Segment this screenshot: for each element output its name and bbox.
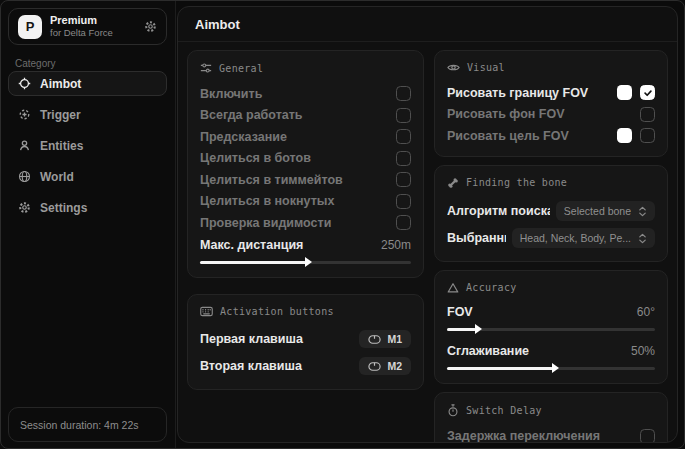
- bone-section-header: Finding the bone: [447, 177, 655, 189]
- switch-delay-toggle-row: Задержка переключения: [447, 426, 655, 444]
- toggle-label: Целиться в тиммейтов: [200, 173, 343, 187]
- target-knocked-checkbox[interactable]: [396, 194, 411, 209]
- bone-algorithm-row: Алгоритм поиска кост Selected bone: [447, 198, 655, 225]
- toggle-label: Включить: [200, 87, 262, 101]
- draw-fov-fill-row: Рисовать фон FOV: [447, 104, 655, 126]
- triangle-icon: [447, 282, 459, 294]
- keyboard-icon: [200, 306, 213, 317]
- max-distance-row: Макс. дистанция 250m: [200, 236, 411, 254]
- gear-icon[interactable]: [144, 20, 157, 33]
- finding-bone-card: Finding the bone Алгоритм поиска кост Se…: [434, 165, 668, 262]
- toggle-label: Проверка видимости: [200, 216, 331, 230]
- sidebar-item-trigger[interactable]: Trigger: [8, 102, 167, 127]
- toggle-row-always-work: Всегда работать: [200, 105, 411, 127]
- product-name: Premium: [50, 14, 136, 27]
- slider-thumb[interactable]: [305, 257, 312, 267]
- toggle-row-enable: Включить: [200, 83, 411, 105]
- sidebar-item-label: Trigger: [40, 108, 81, 122]
- toggle-row-prediction: Предсказание: [200, 126, 411, 148]
- eye-icon: [447, 62, 460, 73]
- toggle-row-visibility-check: Проверка видимости: [200, 212, 411, 234]
- second-key-label: Вторая клавиша: [200, 359, 302, 373]
- toggle-label: Целиться в ботов: [200, 151, 311, 165]
- smoothing-label: Сглаживание: [447, 344, 529, 358]
- general-card: General Включить Всегда работать Предска…: [187, 50, 424, 278]
- bone-algorithm-dropdown[interactable]: Selected bone: [556, 201, 655, 221]
- sidebar: P Premium for Delta Force Category Aimbo…: [0, 0, 176, 449]
- visibility-check-checkbox[interactable]: [396, 215, 411, 230]
- draw-fov-fill-checkbox[interactable]: [640, 107, 655, 122]
- trigger-icon: [18, 108, 31, 121]
- product-subtitle: for Delta Force: [50, 27, 136, 38]
- fov-value: 60°: [637, 305, 655, 319]
- max-distance-label: Макс. дистанция: [200, 238, 303, 252]
- content-grid: General Включить Всегда работать Предска…: [178, 42, 677, 443]
- globe-icon: [18, 170, 31, 183]
- crosshair-icon: [18, 77, 31, 90]
- main-panel: Aimbot General Включить Всегда работать: [177, 6, 678, 443]
- unfold-icon: [638, 206, 647, 217]
- product-header: P Premium for Delta Force: [8, 8, 167, 45]
- max-distance-slider[interactable]: [200, 256, 411, 268]
- bone-algorithm-label: Алгоритм поиска кост: [447, 204, 550, 218]
- accuracy-card: Accuracy FOV 60° Сглаживание 50%: [434, 270, 668, 384]
- first-key-button[interactable]: M1: [359, 330, 411, 348]
- draw-fov-border-row: Рисовать границу FOV: [447, 82, 655, 104]
- sidebar-item-label: Settings: [40, 201, 87, 215]
- page-title: Aimbot: [178, 7, 677, 42]
- sidebar-item-label: Aimbot: [40, 77, 81, 91]
- person-icon: [18, 139, 31, 152]
- session-duration: Session duration: 4m 22s: [8, 407, 167, 442]
- slider-thumb[interactable]: [552, 363, 559, 373]
- max-distance-value: 250m: [381, 238, 411, 252]
- first-key-row: Первая клавиша M1: [200, 326, 411, 353]
- selected-bones-dropdown[interactable]: Head, Neck, Body, Pe...: [512, 228, 655, 248]
- sidebar-item-entities[interactable]: Entities: [8, 133, 167, 158]
- slider-thumb[interactable]: [475, 324, 482, 334]
- second-key-button[interactable]: M2: [359, 357, 411, 375]
- timer-icon: [447, 404, 459, 417]
- activation-card: Activation buttons Первая клавиша M1 Вто…: [187, 294, 424, 390]
- gear-icon: [18, 201, 31, 214]
- accuracy-section-header: Accuracy: [447, 282, 655, 294]
- switch-delay-checkbox[interactable]: [640, 429, 655, 443]
- general-section-header: General: [200, 62, 411, 74]
- mouse-icon: [368, 335, 381, 344]
- first-key-label: Первая клавиша: [200, 332, 303, 346]
- fov-border-color-swatch[interactable]: [617, 85, 632, 100]
- second-key-row: Вторая клавиша M2: [200, 353, 411, 380]
- draw-fov-target-checkbox[interactable]: [640, 128, 655, 143]
- fov-row: FOV 60°: [447, 303, 655, 321]
- product-logo: P: [18, 15, 42, 39]
- sidebar-nav: Aimbot Trigger Entities World Settings: [8, 71, 167, 220]
- toggle-label: Всегда работать: [200, 108, 303, 122]
- fov-label: FOV: [447, 305, 473, 319]
- target-bots-checkbox[interactable]: [396, 151, 411, 166]
- selected-bones-label: Выбранные кос: [447, 231, 506, 245]
- sidebar-item-settings[interactable]: Settings: [8, 195, 167, 220]
- fov-slider[interactable]: [447, 323, 655, 335]
- draw-fov-fill-label: Рисовать фон FOV: [447, 107, 565, 121]
- visual-section-header: Visual: [447, 62, 655, 73]
- sidebar-item-label: Entities: [40, 139, 83, 153]
- prediction-checkbox[interactable]: [396, 129, 411, 144]
- draw-fov-border-checkbox[interactable]: [640, 85, 655, 100]
- selected-bones-row: Выбранные кос Head, Neck, Body, Pe...: [447, 225, 655, 252]
- switch-delay-toggle-label: Задержка переключения: [447, 429, 600, 443]
- mouse-icon: [368, 362, 381, 371]
- smoothing-value: 50%: [631, 344, 655, 358]
- sidebar-item-aimbot[interactable]: Aimbot: [8, 71, 167, 96]
- enable-checkbox[interactable]: [396, 86, 411, 101]
- sidebar-item-world[interactable]: World: [8, 164, 167, 189]
- category-label: Category: [15, 58, 56, 69]
- check-icon: [643, 88, 653, 98]
- smoothing-slider[interactable]: [447, 362, 655, 374]
- switch-delay-section-header: Switch Delay: [447, 404, 655, 417]
- draw-fov-target-row: Рисовать цель FOV: [447, 125, 655, 147]
- target-teammates-checkbox[interactable]: [396, 172, 411, 187]
- bone-icon: [447, 177, 459, 189]
- toggle-row-target-teammates: Целиться в тиммейтов: [200, 169, 411, 191]
- fov-target-color-swatch[interactable]: [617, 128, 632, 143]
- toggle-row-target-knocked: Целиться в нокнутых: [200, 191, 411, 213]
- always-work-checkbox[interactable]: [396, 108, 411, 123]
